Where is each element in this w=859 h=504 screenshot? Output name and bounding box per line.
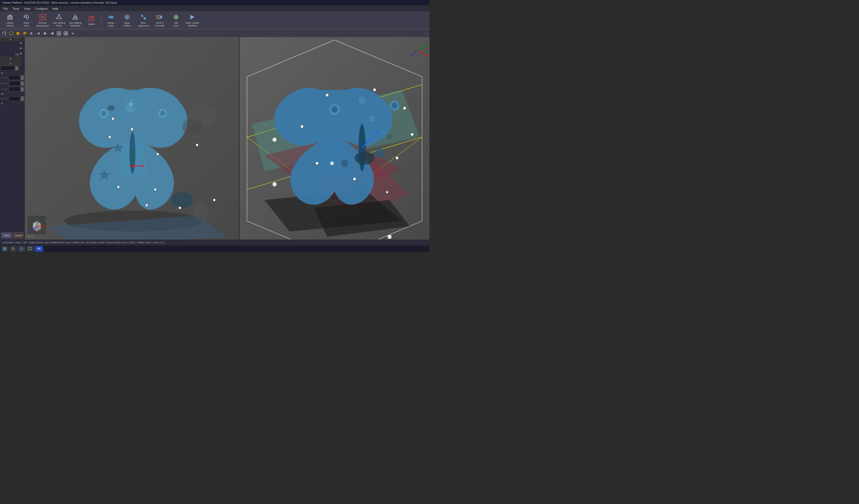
eye-row-1: 👁: [0, 41, 25, 46]
left-sidebar: ▲ 👁 👁 ing 👁 ▼ ▲ 2.00 ▲ ▼ ts: [0, 37, 25, 239]
scroll-down-btn[interactable]: ▼: [0, 57, 21, 61]
spinbox-1-down[interactable]: ▼: [15, 68, 19, 71]
spinbox-3-up[interactable]: ▲: [20, 81, 24, 83]
spinbox-4-down[interactable]: ▼: [20, 89, 24, 92]
toolbar-sep-1: [101, 14, 101, 27]
right-viewport[interactable]: [240, 37, 430, 239]
eye-icon-3[interactable]: 👁: [19, 52, 24, 56]
spinbox-2-input[interactable]: 0: [9, 75, 20, 80]
taskbar-chat-btn[interactable]: [26, 246, 34, 252]
svg-rect-154: [3, 249, 5, 250]
svg-marker-47: [31, 32, 33, 35]
toolbar2-play-btn[interactable]: [42, 30, 48, 36]
slider-line-4: [1, 98, 8, 99]
taskbar-chrome-btn[interactable]: [18, 246, 25, 252]
delete-frames-button[interactable]: Deleteframes: [2, 13, 18, 28]
merge-scans-label: Mergescans: [108, 21, 114, 27]
taskbar: VX: [0, 245, 430, 252]
spinbox-2-up[interactable]: ▲: [20, 75, 24, 78]
spinbox-3-down[interactable]: ▼: [20, 83, 24, 86]
sidebar-ly-label: ly: [0, 102, 25, 105]
main-content: ▲ 👁 👁 ing 👁 ▼ ▲ 2.00 ▲ ▼ ts: [0, 37, 430, 239]
scroll-up-2-btn[interactable]: ▲: [0, 62, 21, 65]
menu-bar: File Tools View Configure Help: [0, 6, 430, 12]
spinbox-2-btns: ▲ ▼: [20, 75, 24, 80]
toolbar2-dropdown-btn[interactable]: [70, 30, 76, 36]
menu-help[interactable]: Help: [50, 6, 61, 11]
spinbox-2-down[interactable]: ▼: [20, 78, 24, 80]
spinbox-5-input[interactable]: 0: [9, 96, 20, 101]
spinbox-4-input[interactable]: 0: [9, 87, 20, 92]
spinbox-1: 2.00 ▲ ▼: [1, 66, 24, 71]
toolbar2-circle-btn[interactable]: [15, 30, 21, 36]
spinbox-5-up[interactable]: ▲: [20, 96, 24, 98]
spinbox-5: 0 ▲ ▼: [9, 96, 24, 101]
slider-row-3: 0 ▲ ▼: [0, 86, 25, 92]
spinbox-3-input[interactable]: 0: [9, 81, 20, 86]
svg-point-6: [26, 16, 27, 18]
toolbar2-arrow-left-btn[interactable]: [35, 30, 42, 36]
slider-line-3: [1, 89, 8, 89]
spinbox-1-input[interactable]: 2.00: [1, 66, 15, 71]
eye-row-2: 👁: [0, 46, 25, 51]
axis-indicator-left: [28, 216, 46, 234]
svg-point-17: [75, 17, 76, 18]
spinbox-2: 0 ▲ ▼: [9, 75, 24, 80]
toolbar2-rotate-btn[interactable]: [1, 30, 7, 36]
menu-configure[interactable]: Configure: [33, 6, 50, 11]
spinbox-5-down[interactable]: ▼: [20, 98, 24, 101]
taskbar-vx-btn[interactable]: VX: [35, 246, 43, 252]
delete-label: Delete: [88, 23, 95, 26]
spinbox-1-up[interactable]: ▲: [15, 66, 19, 68]
left-viewport[interactable]: X Y Z: [25, 37, 240, 239]
toolbar2-back-btn[interactable]: [49, 30, 55, 36]
svg-marker-48: [37, 32, 40, 35]
apply-button[interactable]: Apply: [1, 232, 12, 238]
menu-file[interactable]: File: [1, 6, 10, 11]
svg-line-157: [14, 249, 15, 250]
scroll-up-btn[interactable]: ▲: [0, 37, 21, 41]
reset-scan-button[interactable]: ResetScan: [18, 13, 34, 28]
slider-row-1: 0 ▲ ▼: [0, 75, 25, 80]
remove-background-button[interactable]: RemoveBackground: [35, 13, 50, 28]
spinbox-3-btns: ▲ ▼: [20, 81, 24, 86]
send-to-vxmodel-button[interactable]: Send toVXmodel: [152, 13, 168, 28]
svg-rect-56: [64, 32, 65, 33]
menu-tools[interactable]: Tools: [11, 6, 21, 11]
svg-rect-160: [28, 247, 32, 250]
basic-entities-button[interactable]: BasicEntities: [119, 13, 135, 28]
add-clipping-plane-button[interactable]: Add ClippingPlane: [51, 13, 67, 28]
taskbar-search-btn[interactable]: [10, 246, 17, 252]
toolbar2-hex-btn[interactable]: [8, 30, 14, 36]
cancel-button[interactable]: Cancel: [13, 232, 24, 238]
title-bar: VXware Platform - GoISCAN 3D 570322 - [N…: [0, 0, 430, 6]
add-scan-button[interactable]: AddScan: [168, 13, 184, 28]
merge-scans-button[interactable]: + Mergescans: [103, 13, 119, 28]
basic-guided-workflow-icon: [189, 13, 196, 21]
menu-view[interactable]: View: [22, 6, 32, 11]
spinbox-4-up[interactable]: ▲: [20, 87, 24, 89]
svg-rect-55: [59, 34, 61, 35]
svg-rect-53: [59, 32, 61, 33]
svg-rect-54: [57, 34, 59, 35]
basic-alignments-button[interactable]: BasicAlignments: [136, 13, 151, 28]
delete-button[interactable]: Delete: [84, 13, 100, 28]
svg-rect-152: [3, 247, 5, 249]
toolbar2-arrow-right-btn[interactable]: [28, 30, 35, 36]
delete-icon: [88, 15, 95, 22]
taskbar-windows-btn[interactable]: [1, 246, 9, 252]
eye-icon-1[interactable]: 👁: [19, 42, 24, 46]
delete-frames-icon: [6, 13, 14, 21]
svg-marker-37: [161, 16, 163, 19]
basic-entities-icon: [123, 13, 131, 21]
viewports: X Y Z: [25, 37, 430, 239]
basic-guided-workflow-button[interactable]: Basic GuidedWorkflow: [184, 13, 200, 28]
use-clipping-reference-button[interactable]: Use ClippingReference: [67, 13, 83, 28]
send-to-vxmodel-icon: [156, 13, 163, 21]
svg-marker-44: [9, 32, 13, 35]
eye-icon-2[interactable]: 👁: [19, 47, 24, 51]
toolbar2-halfcircle-btn[interactable]: [21, 30, 28, 36]
svg-rect-1: [9, 15, 11, 16]
toolbar2-minus-btn[interactable]: [63, 30, 69, 36]
toolbar2-grid-btn[interactable]: [56, 30, 62, 36]
